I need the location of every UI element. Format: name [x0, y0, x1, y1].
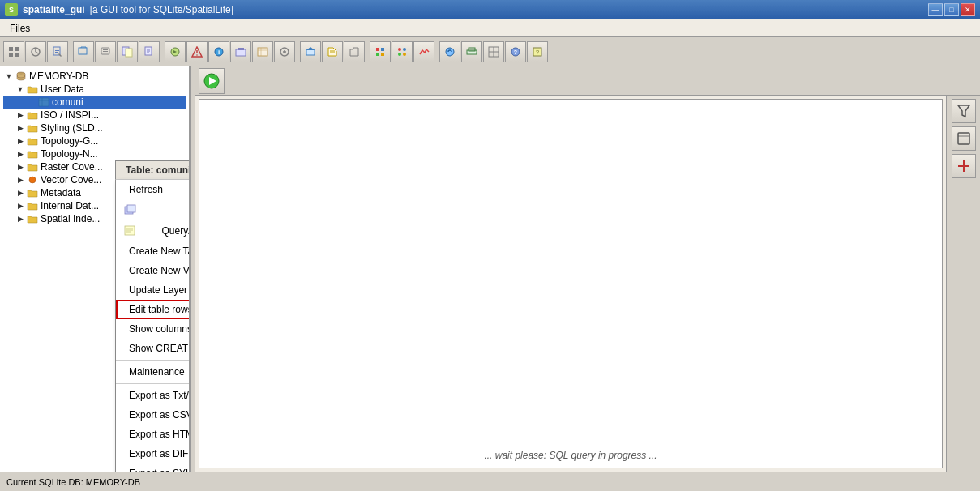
svg-rect-18	[126, 49, 132, 57]
tree-node-topology-n[interactable]: ▶ Topology-N...	[3, 147, 186, 160]
ctx-edit-rows[interactable]: Edit table rows	[116, 300, 190, 319]
right-content: ... wait please: SQL query in progress .…	[199, 99, 943, 468]
toolbar-btn-3[interactable]	[47, 41, 68, 62]
svg-rect-0	[9, 47, 13, 51]
toolbar-btn-2[interactable]	[25, 41, 46, 62]
toolbar-btn-8[interactable]	[165, 41, 186, 62]
tree-expand-topology-g[interactable]: ▶	[15, 135, 26, 147]
toolbar-btn-9[interactable]	[186, 41, 208, 62]
tree-expand-comuni[interactable]	[26, 96, 37, 108]
tree-label-spatial: Spatial Inde...	[41, 213, 100, 224]
toolbar-btn-20[interactable]	[439, 41, 460, 62]
toolbar: i ? ?	[0, 37, 980, 66]
tree-node-user-data[interactable]: ▼ User Data	[3, 83, 186, 96]
tree-expand-styling[interactable]: ▶	[15, 122, 26, 134]
tree-expand-spatial[interactable]: ▶	[15, 213, 26, 224]
folder-icon-metadata	[26, 187, 39, 199]
side-btn-2[interactable]	[952, 126, 976, 151]
ctx-create-view[interactable]: Create New View	[116, 261, 190, 280]
app-name: spatialite_gui	[23, 4, 85, 15]
toolbar-btn-13[interactable]	[274, 41, 295, 62]
toolbar-sep-3	[296, 41, 299, 62]
ctx-export-dif[interactable]: Export as DIF	[116, 444, 190, 463]
minimize-button[interactable]: —	[928, 3, 943, 16]
ctx-show-create[interactable]: Show CREATE statement	[116, 339, 190, 358]
tree-expand-internal[interactable]: ▶	[15, 200, 26, 211]
tree-node-topology-g[interactable]: ▶ Topology-G...	[3, 134, 186, 147]
side-btn-3[interactable]	[952, 154, 976, 178]
toolbar-btn-24[interactable]: ?	[527, 41, 548, 62]
tree-node-comuni[interactable]: comuni	[3, 96, 186, 109]
toolbar-btn-10[interactable]: i	[208, 41, 229, 62]
tree-expand-vector[interactable]: ▶	[15, 174, 26, 186]
svg-point-62	[29, 177, 36, 183]
tree-expand-metadata[interactable]: ▶	[15, 187, 26, 199]
tree-node-styling[interactable]: ▶ Styling (SLD...	[3, 122, 186, 134]
toolbar-btn-21[interactable]	[461, 41, 482, 62]
toolbar-btn-14[interactable]	[300, 41, 321, 62]
execute-button[interactable]	[199, 68, 225, 94]
ctx-update-stats[interactable]: Update Layer Statistics	[116, 280, 190, 300]
toolbar-btn-11[interactable]	[230, 41, 251, 62]
svg-rect-10	[55, 52, 58, 53]
svg-marker-36	[306, 47, 315, 50]
folder-icon-spatial	[26, 213, 39, 224]
svg-rect-15	[103, 51, 108, 52]
svg-point-45	[398, 53, 401, 56]
ctx-sep-2	[116, 383, 190, 384]
toolbar-btn-7[interactable]	[139, 41, 160, 62]
toolbar-btn-12[interactable]	[252, 41, 273, 62]
tree-expand-topology-n[interactable]: ▶	[15, 148, 26, 160]
svg-point-26	[196, 54, 198, 56]
toolbar-sep-4	[366, 41, 369, 62]
svg-rect-59	[39, 98, 49, 106]
menu-bar: Files	[0, 19, 980, 37]
ctx-export-html[interactable]: Export as HTML	[116, 425, 190, 444]
toolbar-btn-18[interactable]	[392, 41, 413, 62]
right-toolbar	[195, 66, 980, 96]
ctx-create-table[interactable]: Create New Table	[116, 241, 190, 261]
ctx-refresh[interactable]: Refresh	[116, 180, 190, 199]
ctx-query-view[interactable]: Query/View Composer	[116, 220, 190, 241]
tree-node-memory-db[interactable]: ▼ MEMORY-DB	[3, 70, 186, 83]
toolbar-btn-22[interactable]	[483, 41, 504, 62]
svg-text:i: i	[218, 49, 220, 56]
tree-expand-memory-db[interactable]: ▼	[3, 70, 15, 82]
folder-icon-topology-n	[26, 148, 39, 160]
svg-rect-40	[381, 48, 384, 51]
toolbar-sep-2	[160, 41, 164, 62]
toolbar-btn-23[interactable]: ?	[505, 41, 526, 62]
toolbar-btn-15[interactable]	[322, 41, 343, 62]
tree-expand-raster[interactable]: ▶	[15, 161, 26, 173]
toolbar-btn-17[interactable]	[370, 41, 391, 62]
ctx-maintenance[interactable]: Maintenance ▶	[116, 362, 190, 382]
toolbar-btn-5[interactable]	[95, 41, 116, 62]
toolbar-sep-1	[69, 41, 72, 62]
close-button[interactable]: ✕	[961, 3, 975, 16]
folder-icon-raster	[26, 161, 39, 173]
ctx-export-sylk[interactable]: Export as SYLK	[116, 463, 190, 472]
title-bar-left: S spatialite_gui [a GUI tool for SQLite/…	[5, 3, 233, 16]
toolbar-btn-4[interactable]	[73, 41, 94, 62]
tree-node-iso[interactable]: ▶ ISO / INSPI...	[3, 109, 186, 122]
context-menu-overlay: Table: comuni Refresh Clone Table Query/…	[115, 160, 190, 472]
tree-expand-user-data[interactable]: ▼	[15, 83, 26, 95]
toolbar-btn-19[interactable]	[413, 41, 434, 62]
ctx-export-txt[interactable]: Export as Txt/Tab	[116, 386, 190, 405]
toolbar-btn-6[interactable]	[117, 41, 138, 62]
context-menu: Refresh Clone Table Query/View Composer …	[115, 180, 190, 472]
ctx-show-columns[interactable]: Show columns	[116, 319, 190, 339]
svg-rect-1	[15, 47, 19, 51]
menu-files[interactable]: Files	[3, 21, 36, 36]
toolbar-btn-1[interactable]	[3, 41, 24, 62]
filter-button[interactable]	[952, 99, 976, 123]
toolbar-btn-16[interactable]	[344, 41, 365, 62]
ctx-clone-table[interactable]: Clone Table	[116, 199, 190, 220]
svg-rect-35	[306, 49, 315, 55]
tree-label-topology-n: Topology-N...	[41, 148, 98, 160]
folder-icon-iso	[26, 109, 39, 121]
tree-expand-iso[interactable]: ▶	[15, 109, 26, 121]
ctx-export-csv[interactable]: Export as CSV	[116, 405, 190, 425]
maximize-button[interactable]: □	[944, 3, 959, 16]
tree-label-user-data: User Data	[41, 83, 84, 95]
